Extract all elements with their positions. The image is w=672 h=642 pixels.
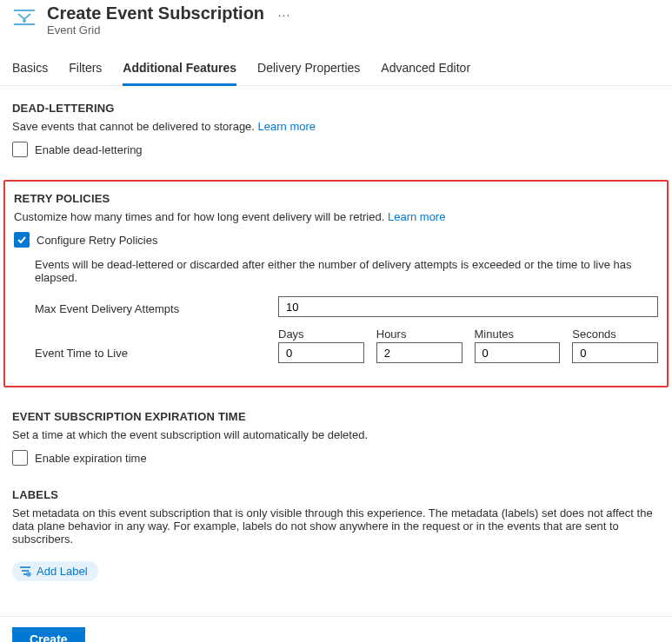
tab-basics[interactable]: Basics: [12, 54, 48, 86]
section-desc: Set a time at which the event subscripti…: [12, 428, 660, 441]
tab-delivery-properties[interactable]: Delivery Properties: [257, 54, 360, 86]
ttl-hours-label: Hours: [376, 328, 462, 341]
svg-rect-0: [14, 10, 35, 11]
enable-dead-lettering-label: Enable dead-lettering: [35, 143, 143, 156]
section-title: LABELS: [12, 488, 660, 501]
ttl-days-label: Days: [278, 328, 364, 341]
configure-retry-label: Configure Retry Policies: [37, 234, 157, 247]
enable-dead-lettering-checkbox[interactable]: [12, 142, 28, 157]
page-subtitle: Event Grid: [47, 23, 290, 36]
tab-additional-features[interactable]: Additional Features: [123, 54, 236, 86]
configure-retry-checkbox[interactable]: [14, 232, 30, 248]
section-title: RETRY POLICIES: [14, 192, 658, 205]
section-expiration: EVENT SUBSCRIPTION EXPIRATION TIME Set a…: [12, 410, 660, 466]
ttl-label: Event Time to Live: [35, 343, 278, 363]
section-retry-policies: RETRY POLICIES Customize how many times …: [3, 180, 669, 387]
event-grid-icon: [12, 5, 37, 30]
page-header: Create Event Subscription ··· Event Grid: [0, 0, 672, 43]
section-labels: LABELS Set metadata on this event subscr…: [12, 488, 660, 581]
filter-add-icon: [19, 566, 31, 578]
add-label-button[interactable]: Add Label: [12, 561, 98, 581]
page-title: Create Event Subscription: [47, 3, 264, 23]
section-desc: Save events that cannot be delivered to …: [12, 120, 660, 133]
learn-more-link[interactable]: Learn more: [388, 210, 445, 223]
max-attempts-label: Max Event Delivery Attempts: [35, 299, 278, 315]
svg-point-2: [23, 19, 26, 23]
svg-rect-1: [14, 23, 35, 25]
learn-more-link[interactable]: Learn more: [258, 120, 316, 133]
footer: Create: [0, 616, 672, 642]
ttl-minutes-label: Minutes: [475, 328, 561, 341]
section-desc: Customize how many times and for how lon…: [14, 210, 658, 223]
enable-expiration-label: Enable expiration time: [35, 452, 147, 465]
ttl-hours-input[interactable]: [376, 342, 462, 363]
create-button[interactable]: Create: [12, 627, 85, 642]
ttl-minutes-input[interactable]: [475, 342, 561, 363]
more-icon[interactable]: ···: [278, 8, 291, 22]
section-dead-lettering: DEAD-LETTERING Save events that cannot b…: [12, 102, 660, 157]
section-title: DEAD-LETTERING: [12, 102, 660, 115]
enable-expiration-checkbox[interactable]: [12, 450, 28, 466]
ttl-days-input[interactable]: [278, 342, 364, 363]
section-title: EVENT SUBSCRIPTION EXPIRATION TIME: [12, 410, 660, 423]
tab-bar: Basics Filters Additional Features Deliv…: [0, 54, 672, 86]
tab-advanced-editor[interactable]: Advanced Editor: [381, 54, 470, 86]
tab-filters[interactable]: Filters: [69, 54, 102, 86]
max-attempts-input[interactable]: [278, 296, 658, 317]
retry-note: Events will be dead-lettered or discarde…: [35, 258, 658, 284]
ttl-seconds-label: Seconds: [572, 328, 658, 341]
section-desc: Set metadata on this event subscription …: [12, 506, 660, 546]
ttl-seconds-input[interactable]: [572, 342, 658, 363]
add-label-text: Add Label: [37, 565, 88, 578]
